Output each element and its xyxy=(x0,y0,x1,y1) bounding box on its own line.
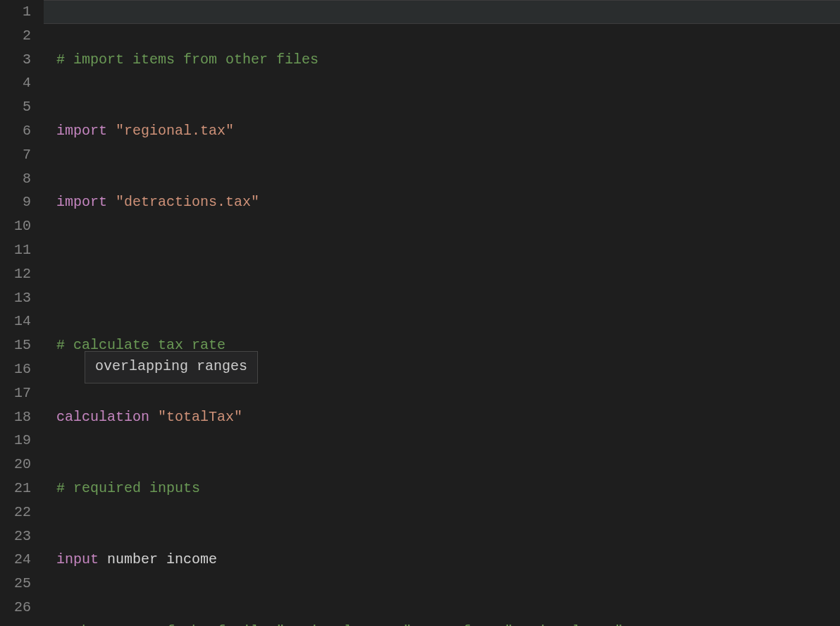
comment: # import items from other files xyxy=(56,51,319,68)
keyword: import xyxy=(56,123,107,139)
line-number: 24 xyxy=(0,548,31,572)
line-number: 26 xyxy=(0,596,31,620)
code-line[interactable] xyxy=(56,262,840,286)
line-number: 16 xyxy=(0,357,31,381)
comment: # required inputs xyxy=(56,480,200,496)
line-number: 15 xyxy=(0,333,31,357)
line-number: 11 xyxy=(0,238,31,262)
line-number: 8 xyxy=(0,167,31,191)
line-number: 19 xyxy=(0,429,31,453)
line-number: 20 xyxy=(0,453,31,477)
code-line[interactable]: # required inputs xyxy=(56,477,840,501)
code-area[interactable]: # import items from other files import "… xyxy=(44,0,840,626)
string: "totalTax" xyxy=(158,409,242,425)
line-number: 7 xyxy=(0,143,31,167)
line-number: 17 xyxy=(0,381,31,405)
line-number: 6 xyxy=(0,119,31,143)
line-number: 5 xyxy=(0,95,31,119)
line-number: 10 xyxy=(0,214,31,238)
line-number-gutter: 1234567891011121314151617181920212223242… xyxy=(0,0,44,626)
line-number: 18 xyxy=(0,405,31,429)
keyword: import xyxy=(56,194,107,210)
identifier: number income xyxy=(107,551,217,567)
code-line[interactable]: calculation "totalTax" xyxy=(56,405,840,429)
code-line[interactable]: import "regional.tax" xyxy=(56,119,840,143)
line-number: 14 xyxy=(0,309,31,333)
string: "detractions.tax" xyxy=(116,194,259,210)
line-number: 25 xyxy=(0,572,31,596)
tooltip-text: overlapping ranges xyxy=(95,358,247,374)
line-number: 13 xyxy=(0,286,31,310)
line-number: 4 xyxy=(0,71,31,95)
line-number: 21 xyxy=(0,477,31,501)
line-number: 2 xyxy=(0,24,31,48)
line-number: 23 xyxy=(0,524,31,548)
code-line[interactable]: # import items from other files xyxy=(56,48,840,72)
line-number: 12 xyxy=(0,262,31,286)
line-number: 9 xyxy=(0,190,31,214)
keyword: calculation xyxy=(56,409,149,425)
code-line[interactable]: import "detractions.tax" xyxy=(56,190,840,214)
hover-tooltip: overlapping ranges xyxy=(85,351,258,383)
keyword: input xyxy=(56,551,99,567)
string: "regional.tax" xyxy=(116,123,234,139)
code-line[interactable]: # the rates of the family "regional_rate… xyxy=(56,620,840,626)
line-number: 22 xyxy=(0,501,31,524)
line-number: 1 xyxy=(0,0,31,24)
code-editor[interactable]: 1234567891011121314151617181920212223242… xyxy=(0,0,840,626)
line-number: 3 xyxy=(0,48,31,72)
code-line[interactable]: input number income xyxy=(56,548,840,572)
comment: # the rates of the family "regional_rate… xyxy=(56,623,623,626)
